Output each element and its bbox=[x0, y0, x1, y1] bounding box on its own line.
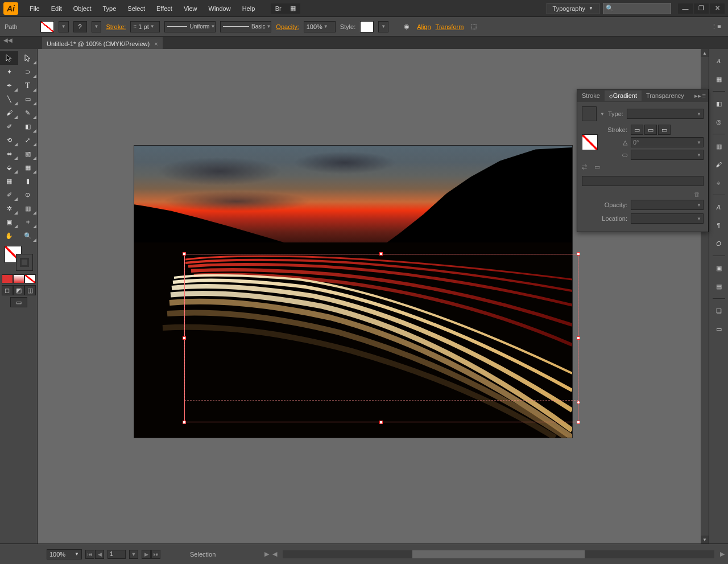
lasso-tool[interactable]: ⊃ bbox=[19, 65, 37, 79]
blend-tool[interactable]: ⊙ bbox=[19, 188, 37, 201]
stroke-apply-across[interactable]: ▭ bbox=[658, 125, 671, 135]
eraser-tool[interactable]: ◧ bbox=[19, 120, 37, 133]
shape-builder-tool[interactable]: ⬙ bbox=[0, 160, 18, 174]
artboard-number-field[interactable]: 1 bbox=[107, 550, 126, 559]
fill-stroke-indicator[interactable] bbox=[5, 246, 33, 271]
prev-artboard-btn[interactable]: ◀ bbox=[95, 550, 104, 559]
scroll-right-icon[interactable]: ▶ bbox=[720, 550, 725, 558]
panel-menu-icon[interactable]: ≡ bbox=[702, 92, 706, 100]
pencil-tool[interactable]: ✎ bbox=[19, 106, 37, 120]
zoom-dropdown[interactable]: 100% ▼ bbox=[47, 549, 82, 559]
blob-brush-tool[interactable]: ✐ bbox=[0, 120, 18, 133]
gradient-tool[interactable]: ▮ bbox=[19, 174, 37, 188]
tool-hint-arrow[interactable]: ▶ bbox=[264, 550, 269, 558]
stroke-apply-within[interactable]: ▭ bbox=[631, 125, 643, 135]
stroke-link[interactable]: Stroke: bbox=[106, 23, 126, 30]
menu-file[interactable]: File bbox=[24, 3, 46, 14]
gradient-type-dropdown[interactable]: ▼ bbox=[627, 109, 704, 119]
gradient-fill-swatch[interactable] bbox=[582, 134, 598, 150]
grad-opacity-field[interactable]: ▼ bbox=[631, 200, 704, 210]
arrange-docs-icon[interactable]: ▦ bbox=[286, 3, 300, 14]
paragraph-panel-icon[interactable]: ▦ bbox=[712, 72, 726, 87]
stroke-profile-dropdown[interactable]: Uniform▼ bbox=[164, 21, 216, 32]
close-tab-icon[interactable]: × bbox=[154, 40, 158, 47]
transform-link[interactable]: Transform bbox=[436, 23, 464, 30]
width-tool[interactable]: ⇔ bbox=[0, 147, 18, 160]
magic-wand-tool[interactable]: ✦ bbox=[0, 65, 18, 79]
none-color-btn[interactable] bbox=[24, 274, 36, 283]
grad-location-field[interactable]: ▼ bbox=[631, 213, 704, 224]
scroll-down-icon[interactable]: ▼ bbox=[701, 536, 709, 544]
transparency-panel-icon[interactable]: O bbox=[712, 236, 726, 251]
stroke-box[interactable] bbox=[16, 254, 33, 271]
color-panel-icon[interactable]: ◧ bbox=[712, 96, 726, 111]
menu-effect[interactable]: Effect bbox=[151, 3, 178, 14]
menu-view[interactable]: View bbox=[178, 3, 203, 14]
workspace-switcher[interactable]: Typography ▼ bbox=[547, 3, 599, 14]
style-dropdown[interactable]: ▼ bbox=[378, 21, 388, 32]
rotate-tool[interactable]: ⟲ bbox=[0, 133, 18, 147]
first-artboard-btn[interactable]: ⏮ bbox=[85, 550, 94, 559]
layers-panel-icon[interactable]: ❏ bbox=[712, 303, 726, 318]
slice-tool[interactable]: ⌗ bbox=[19, 215, 37, 229]
menu-help[interactable]: Help bbox=[237, 3, 261, 14]
menu-edit[interactable]: Edit bbox=[46, 3, 68, 14]
character-panel-icon[interactable]: A bbox=[712, 53, 726, 68]
minimize-button[interactable]: — bbox=[678, 3, 693, 14]
line-tool[interactable]: ╲ bbox=[0, 92, 18, 106]
symbols-panel-icon[interactable]: ⟐ bbox=[712, 175, 726, 190]
last-artboard-btn[interactable]: ⏭ bbox=[151, 550, 160, 559]
fill-swatch[interactable] bbox=[40, 21, 54, 32]
gradient-panel-icon[interactable]: ¶ bbox=[712, 218, 726, 233]
collapse-tabs-icon[interactable]: ◀◀ bbox=[3, 37, 13, 43]
brush-definition-dropdown[interactable]: Basic▼ bbox=[220, 21, 271, 32]
color-guide-icon[interactable]: ◎ bbox=[712, 114, 726, 129]
gradient-across-icon[interactable]: ▭ bbox=[594, 163, 605, 174]
tab-gradient[interactable]: ◇Gradient bbox=[605, 90, 642, 101]
stroke-weight-field[interactable]: ≑1 pt▼ bbox=[130, 21, 160, 32]
controlbar-menu-icon[interactable]: ⋮≡ bbox=[709, 19, 723, 34]
artboard-tool[interactable]: ▣ bbox=[0, 215, 18, 229]
delete-stop-icon[interactable]: 🗑 bbox=[694, 191, 700, 197]
menu-select[interactable]: Select bbox=[122, 3, 151, 14]
appearance-panel-icon[interactable]: ▣ bbox=[712, 261, 726, 275]
direct-selection-tool[interactable] bbox=[19, 51, 37, 65]
perspective-tool[interactable]: ▦ bbox=[19, 160, 37, 174]
brushes-panel-icon[interactable]: 🖌 bbox=[712, 157, 726, 172]
align-link[interactable]: Align bbox=[417, 23, 431, 30]
style-swatch[interactable] bbox=[360, 21, 374, 32]
search-input[interactable]: 🔍 bbox=[603, 3, 671, 14]
next-artboard-btn[interactable]: ▶ bbox=[142, 550, 151, 559]
artboard-nav-dropdown[interactable]: ▼ bbox=[129, 550, 138, 559]
gradient-preview-swatch[interactable] bbox=[582, 106, 597, 121]
menu-type[interactable]: Type bbox=[97, 3, 122, 14]
gradient-aspect-field[interactable]: ▼ bbox=[631, 150, 704, 160]
stroke-apply-along[interactable]: ▭ bbox=[644, 125, 657, 135]
zoom-tool[interactable]: 🔍 bbox=[19, 229, 37, 242]
menu-object[interactable]: Object bbox=[68, 3, 97, 14]
paintbrush-tool[interactable]: 🖌 bbox=[0, 106, 18, 120]
gradient-panel[interactable]: Stroke ◇Gradient Transparency ▸▸ ≡ ▼ Typ… bbox=[577, 89, 709, 232]
maximize-button[interactable]: ❐ bbox=[694, 3, 709, 14]
stroke-panel-icon[interactable]: A bbox=[712, 200, 726, 215]
horizontal-scrollbar[interactable] bbox=[283, 550, 714, 558]
draw-behind[interactable]: ◩ bbox=[13, 285, 24, 295]
pen-tool[interactable]: ✒ bbox=[0, 79, 18, 92]
menu-window[interactable]: Window bbox=[203, 3, 237, 14]
reverse-gradient-icon[interactable]: ⇄ bbox=[582, 163, 592, 174]
draw-inside[interactable]: ◫ bbox=[24, 285, 36, 295]
gradient-slider[interactable] bbox=[582, 176, 704, 186]
tab-stroke[interactable]: Stroke bbox=[577, 90, 605, 101]
swatches-panel-icon[interactable]: ▥ bbox=[712, 139, 726, 154]
tab-transparency[interactable]: Transparency bbox=[642, 90, 689, 101]
gradient-angle-field[interactable]: 0°▼ bbox=[631, 137, 704, 147]
opacity-field[interactable]: 100%▼ bbox=[304, 21, 336, 32]
opacity-link[interactable]: Opacity: bbox=[276, 23, 299, 30]
symbol-sprayer-tool[interactable]: ✲ bbox=[0, 201, 18, 215]
fill-dropdown[interactable]: ▼ bbox=[59, 21, 69, 32]
hand-tool[interactable]: ✋ bbox=[0, 229, 18, 242]
eyedropper-tool[interactable]: ✐ bbox=[0, 188, 18, 201]
recolor-icon[interactable]: ◉ bbox=[401, 21, 412, 32]
selection-tool[interactable] bbox=[0, 51, 18, 65]
graphic-styles-icon[interactable]: ▤ bbox=[712, 279, 726, 294]
